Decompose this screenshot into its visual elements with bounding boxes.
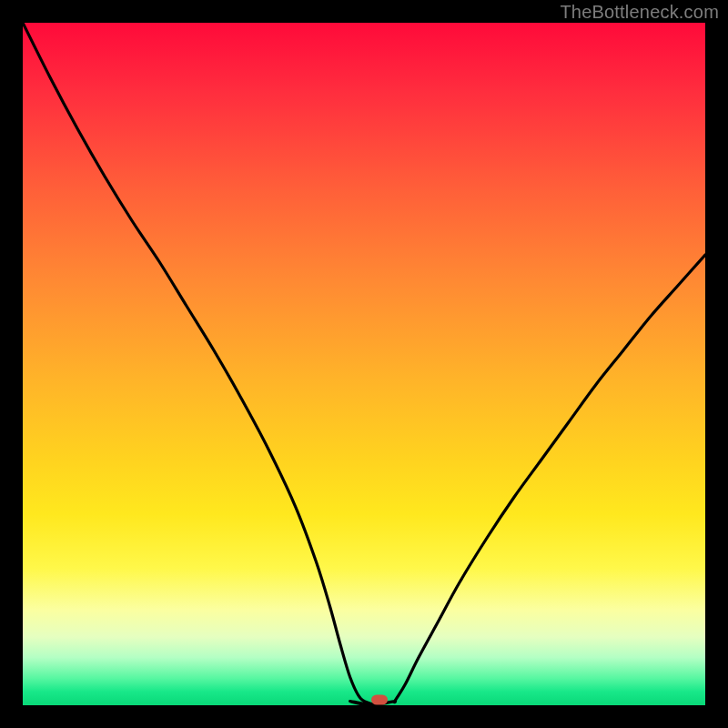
optimum-marker xyxy=(371,695,388,705)
bottleneck-curve xyxy=(23,23,705,705)
watermark-text: TheBottleneck.com xyxy=(560,2,719,23)
chart-frame: TheBottleneck.com xyxy=(0,0,728,728)
plot-area xyxy=(23,23,705,705)
curve-path xyxy=(23,23,705,705)
